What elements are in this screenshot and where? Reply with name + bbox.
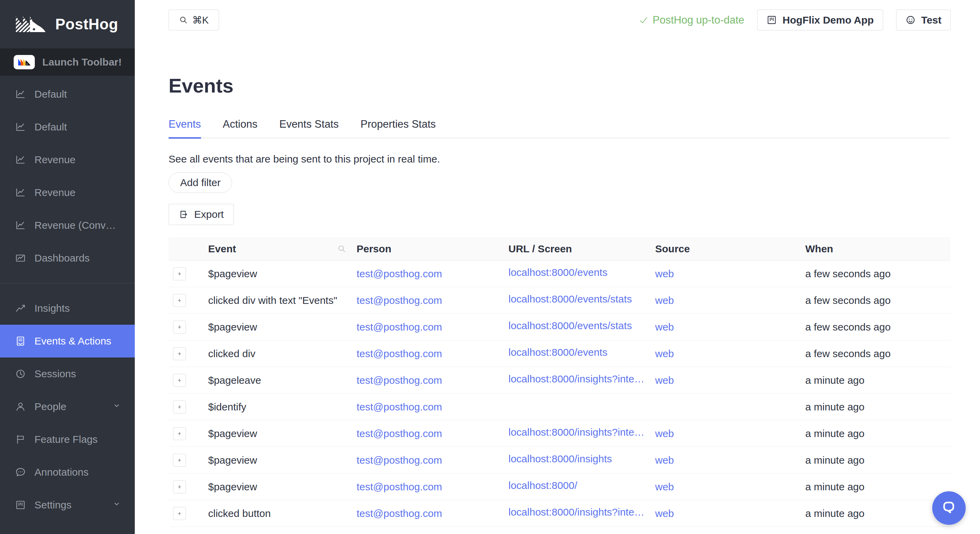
event-name: clicked button xyxy=(204,508,352,519)
person-icon xyxy=(15,401,26,413)
url-link[interactable]: localhost:8000/events xyxy=(508,347,608,358)
person-link[interactable]: test@posthog.com xyxy=(356,401,442,413)
launch-toolbar-label: Launch Toolbar! xyxy=(42,56,122,68)
table-row: $identify test@posthog.com a minute ago xyxy=(169,394,951,420)
add-filter-button[interactable]: Add filter xyxy=(169,172,232,193)
app-window: PostHog Launch Toolbar! Default xyxy=(0,0,980,534)
plus-icon xyxy=(176,403,183,411)
person-column-header: Person xyxy=(352,243,504,255)
sidebar-item-revenue-conversion[interactable]: Revenue (Conversi... xyxy=(0,209,135,242)
person-link[interactable]: test@posthog.com xyxy=(356,348,442,359)
expand-row-button[interactable] xyxy=(173,400,186,413)
url-link[interactable]: localhost:8000/insights xyxy=(508,453,612,465)
when-column-header: When xyxy=(800,243,951,255)
tab-events-stats[interactable]: Events Stats xyxy=(279,118,339,138)
plus-icon xyxy=(176,297,183,304)
person-link[interactable]: test@posthog.com xyxy=(356,508,442,519)
person-link[interactable]: test@posthog.com xyxy=(356,268,442,279)
project-switcher-button[interactable]: HogFlix Demo App xyxy=(757,10,883,30)
expand-row-button[interactable] xyxy=(173,507,186,520)
sidebar-item-dashboards[interactable]: Dashboards xyxy=(0,242,135,274)
url-link[interactable]: localhost:8000/insights?inter… xyxy=(508,373,645,385)
smiley-icon xyxy=(905,15,916,25)
sidebar-item-sessions[interactable]: Sessions xyxy=(0,357,135,390)
sidebar-item-events-actions[interactable]: Events & Actions xyxy=(0,325,135,357)
event-name: $pageleave xyxy=(204,375,352,386)
check-icon xyxy=(639,15,648,25)
when-text: a minute ago xyxy=(800,454,951,466)
sidebar-item-revenue-2[interactable]: Revenue xyxy=(0,176,135,209)
source-link[interactable]: web xyxy=(655,348,674,359)
expand-row-button[interactable] xyxy=(173,294,186,307)
sidebar-divider xyxy=(0,283,135,284)
person-link[interactable]: test@posthog.com xyxy=(356,428,442,439)
table-row: clicked div test@posthog.com localhost:8… xyxy=(169,340,951,367)
url-link[interactable]: localhost:8000/insights?inter… xyxy=(508,506,645,518)
tab-actions[interactable]: Actions xyxy=(223,118,258,138)
table-row: $pageview test@posthog.com localhost:800… xyxy=(169,314,951,340)
event-name: $pageview xyxy=(204,428,352,440)
url-link[interactable]: localhost:8000/events/stats xyxy=(508,320,632,332)
chat-launcher-button[interactable] xyxy=(932,491,966,525)
search-input[interactable]: ⌘K xyxy=(169,10,219,30)
url-link[interactable]: localhost:8000/ xyxy=(508,480,578,491)
sidebar-item-revenue-1[interactable]: Revenue xyxy=(0,143,135,176)
source-link[interactable]: web xyxy=(655,321,674,333)
project-icon xyxy=(767,15,777,25)
expand-row-button[interactable] xyxy=(173,427,186,440)
source-link[interactable]: web xyxy=(655,375,674,386)
column-search-icon[interactable] xyxy=(337,244,346,253)
sidebar-item-people[interactable]: People xyxy=(0,390,135,423)
person-link[interactable]: test@posthog.com xyxy=(356,375,442,386)
tab-events[interactable]: Events xyxy=(169,118,201,139)
line-chart-icon xyxy=(15,88,26,100)
expand-row-button[interactable] xyxy=(173,320,186,333)
launch-toolbar-button[interactable]: Launch Toolbar! xyxy=(0,48,135,76)
expand-row-button[interactable] xyxy=(173,454,186,467)
when-text: a few seconds ago xyxy=(800,295,951,306)
posthog-logo[interactable]: PostHog xyxy=(0,0,135,48)
when-text: a minute ago xyxy=(800,401,951,413)
person-link[interactable]: test@posthog.com xyxy=(356,454,442,466)
sidebar-item-annotations[interactable]: Annotations xyxy=(0,456,135,489)
plus-icon xyxy=(176,350,183,357)
url-link[interactable]: localhost:8000/events xyxy=(508,267,608,278)
topbar-right: PostHog up-to-date HogFlix Demo App Test xyxy=(639,10,951,30)
search-shortcut-label: ⌘K xyxy=(192,14,208,26)
when-text: a minute ago xyxy=(800,428,951,440)
when-text: a minute ago xyxy=(800,508,951,519)
sidebar-item-settings[interactable]: Settings xyxy=(0,489,135,521)
expand-row-button[interactable] xyxy=(173,374,186,387)
event-name: $pageview xyxy=(204,481,352,493)
sidebar-item-feature-flags[interactable]: Feature Flags xyxy=(0,423,135,456)
tab-bar: Events Actions Events Stats Properties S… xyxy=(169,118,951,138)
source-link[interactable]: web xyxy=(655,481,674,493)
source-link[interactable]: web xyxy=(655,454,674,466)
topbar: ⌘K PostHog up-to-date HogFlix Demo App T… xyxy=(169,0,951,30)
source-link[interactable]: web xyxy=(655,508,674,519)
url-link[interactable]: localhost:8000/events/stats xyxy=(508,293,632,305)
table-row: $pageview test@posthog.com localhost:800… xyxy=(169,260,951,287)
search-icon xyxy=(179,15,188,25)
person-link[interactable]: test@posthog.com xyxy=(356,481,442,493)
clock-icon xyxy=(15,368,26,380)
table-row: $pageview test@posthog.com localhost:800… xyxy=(169,420,951,447)
user-menu-button[interactable]: Test xyxy=(896,10,951,30)
source-link[interactable]: web xyxy=(655,428,674,439)
expand-row-button[interactable] xyxy=(173,480,186,493)
sidebar-item-default-1[interactable]: Default xyxy=(0,78,135,111)
table-row: $pageview test@posthog.com localhost:800… xyxy=(169,473,951,500)
person-link[interactable]: test@posthog.com xyxy=(356,321,442,333)
source-link[interactable]: web xyxy=(655,268,674,279)
event-name: $pageview xyxy=(204,321,352,333)
url-link[interactable]: localhost:8000/insights?inter… xyxy=(508,426,645,438)
tab-properties-stats[interactable]: Properties Stats xyxy=(360,118,436,138)
expand-row-button[interactable] xyxy=(173,267,186,280)
person-link[interactable]: test@posthog.com xyxy=(356,295,442,306)
sidebar-item-insights[interactable]: Insights xyxy=(0,292,135,325)
expand-row-button[interactable] xyxy=(173,347,186,360)
plus-icon xyxy=(176,430,183,437)
sidebar-item-default-2[interactable]: Default xyxy=(0,111,135,143)
export-button[interactable]: Export xyxy=(169,204,234,225)
source-link[interactable]: web xyxy=(655,295,674,306)
